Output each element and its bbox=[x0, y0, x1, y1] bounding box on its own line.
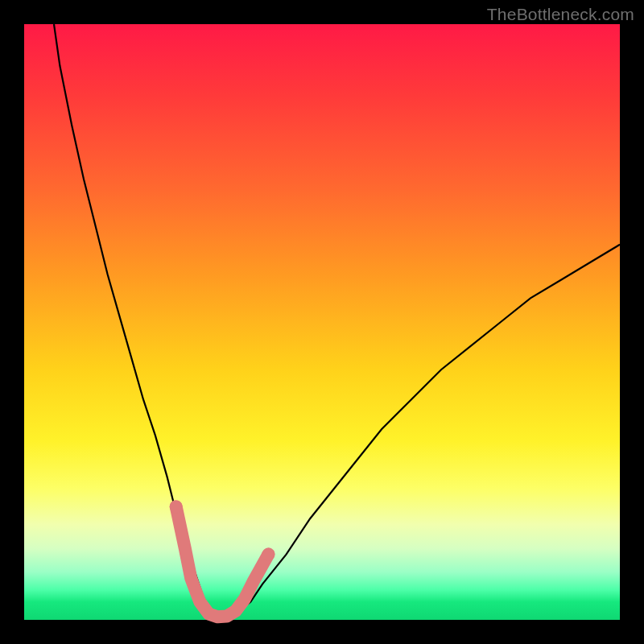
bottleneck-curve bbox=[54, 24, 620, 617]
chart-frame: TheBottleneck.com bbox=[0, 0, 644, 644]
marker-trough-stroke bbox=[176, 506, 269, 617]
watermark-text: TheBottleneck.com bbox=[487, 5, 634, 24]
marker-dot-right bbox=[262, 548, 275, 561]
marker-dot-left bbox=[170, 500, 183, 513]
marker-group bbox=[170, 500, 275, 617]
plot-area bbox=[24, 24, 620, 620]
chart-svg bbox=[24, 24, 620, 620]
